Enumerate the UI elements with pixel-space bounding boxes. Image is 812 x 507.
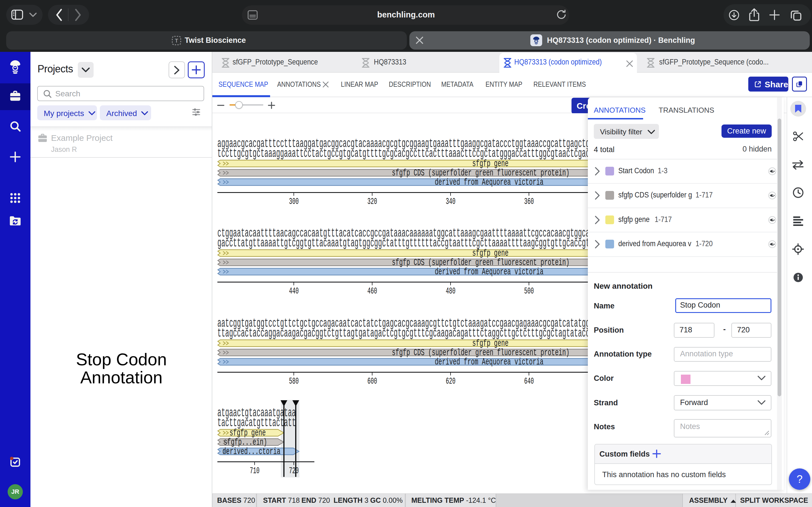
svg-text:T: T bbox=[175, 38, 178, 44]
